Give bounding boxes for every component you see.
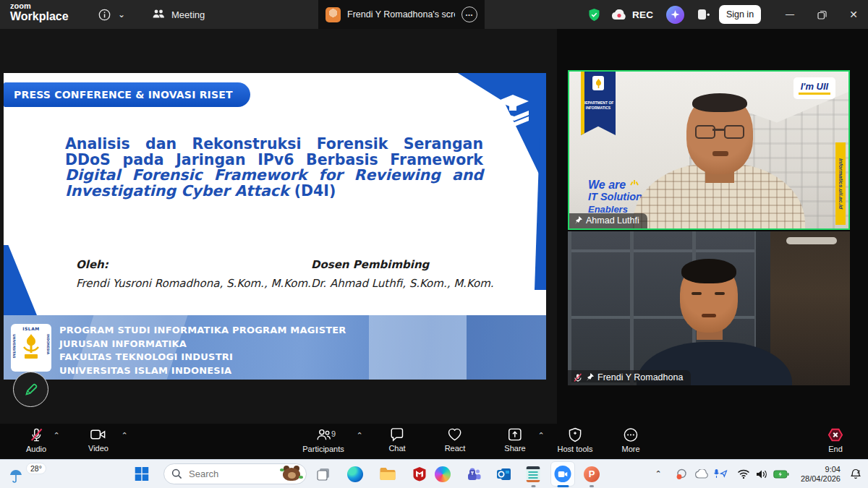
notification-bell-icon[interactable] [850,460,861,488]
video-tile-frendi-romadhona[interactable]: Frendi Y Romadhona [568,231,850,385]
tray-mic-location-icon[interactable] [714,460,728,488]
glasses-left [695,125,715,139]
tray-clock[interactable]: 9:04 28/04/2026 [801,465,841,484]
footer-line-4: UNIVERSITAS ISLAM INDONESIA [59,364,346,378]
cloud-glyph [695,469,709,479]
powerpoint-icon[interactable]: P [584,460,600,488]
person-hair [681,259,736,283]
open-app-indicator [590,485,594,487]
window-maximize-button[interactable] [807,0,836,29]
search-input[interactable] [187,468,277,480]
teams-people-icon [466,467,482,481]
temperature-label: 28° [26,463,46,474]
department-banner: DEPARTMENT OF INFORMATICS [581,72,616,135]
department-banner-text: DEPARTMENT OF INFORMATICS [583,100,614,111]
ribbon-text: informatics.uii.ac.id [838,158,844,209]
notepad-icon[interactable] [527,460,540,488]
react-label: React [445,444,466,453]
share-options-chevron[interactable]: ⌃ [537,432,544,440]
person-mouth [712,151,728,156]
search-bear-image[interactable] [280,466,302,483]
participants-options-chevron[interactable]: ⌃ [356,432,362,440]
author-block: Oleh: Frendi Yusroni Romadhona, S.Kom., … [76,258,311,291]
tab-shared-screen[interactable]: Frendi Y Romadhona's screen ••• [318,0,485,29]
sign-in-button[interactable]: Sign in [719,5,761,24]
title-suffix: (D4I) [289,182,336,200]
audio-options-chevron[interactable]: ⌃ [53,432,59,440]
zoom-camera-glyph [558,471,568,477]
video-tile-ahmad-luthfi[interactable]: DEPARTMENT OF INFORMATICS I'm UII inform… [568,70,850,230]
start-button[interactable] [135,460,149,488]
notepad-body [527,466,540,482]
info-icon[interactable] [95,0,113,29]
participant-name: Ahmad Luthfi [586,215,639,226]
uii-logo-word-right: INDONESIA [46,334,50,354]
outlook-icon[interactable] [496,460,512,488]
file-explorer-icon[interactable] [380,460,396,488]
battery-glyph [773,470,789,479]
more-button[interactable]: More [621,427,639,453]
host-tools-button[interactable]: Host tools [558,427,593,453]
edge-browser-icon[interactable] [347,460,363,488]
battery-icon[interactable] [773,460,789,488]
weather-widget[interactable]: 28° [7,463,55,486]
informatics-ribbon: informatics.uii.ac.id [835,142,846,225]
taskbar-search[interactable] [163,463,307,484]
tray-recording-icon[interactable] [676,460,688,488]
ai-companion-icon[interactable] [666,6,684,24]
footer-line-2: JURUSAN INFORMATIKA [59,338,346,351]
teams-icon[interactable] [466,460,482,488]
leaf-decor [299,476,303,479]
participants-button[interactable]: Participants [302,427,344,453]
title-normal: Analisis dan Rekonstruksi Forensik Seran… [65,135,483,168]
avatar [326,7,341,22]
zoom-meeting-window: zoom Workplace ⌄ Meeting Frendi Y Romadh… [0,0,868,488]
end-button[interactable]: End [827,427,843,453]
title-italic: Digital Forensic Framework for Reviewing… [65,166,483,200]
end-meeting-icon [827,427,843,442]
name-label-frendi: Frendi Y Romadhona [568,370,691,385]
mcafee-icon[interactable] [413,460,427,488]
task-view-button[interactable] [316,460,331,488]
video-button[interactable]: Video [88,427,109,453]
side-panel-icon[interactable] [694,0,712,29]
video-options-chevron[interactable]: ⌃ [121,432,127,440]
muted-mic-icon [573,373,582,382]
security-shield-icon[interactable] [586,0,602,29]
task-view-icon [316,467,331,481]
imuii-underline [799,93,830,95]
host-tools-shield-icon [568,427,582,442]
copilot-icon[interactable] [435,460,451,488]
recording-glyph [676,468,688,480]
chevron-down-icon[interactable]: ⌄ [114,0,129,29]
chat-button[interactable]: Chat [388,427,405,453]
slide-banner: PRESS CONFERENCE & INOVASI RISET [4,82,250,107]
meeting-tab-label: Meeting [171,9,205,20]
zoom-workplace-logo: zoom Workplace [10,2,69,22]
tray-overflow-chevron[interactable]: ⌃ [655,460,661,488]
onedrive-icon[interactable] [695,460,709,488]
tab-meeting[interactable]: Meeting [145,0,212,29]
slide-footer-text: PROGRAM STUDI INFORMATIKA PROGRAM MAGIST… [59,324,346,377]
more-ellipsis-icon [624,427,639,442]
wifi-icon[interactable] [738,460,750,488]
react-button[interactable]: React [445,427,466,453]
imuii-logo: I'm UII [793,77,835,99]
audio-button[interactable]: Audio [26,427,46,453]
logo-text-zoom: zoom [10,2,69,10]
share-button[interactable]: Share [504,427,525,453]
window-close-button[interactable]: ✕ [839,0,868,29]
notepad-spiral [527,466,540,469]
zoom-app-icon[interactable] [555,460,571,488]
annotation-pencil-button[interactable] [13,372,48,407]
volume-icon[interactable] [756,460,767,488]
advisor-block: Dosen Pembimbing Dr. Ahmad Luthfi, S.Kom… [311,258,494,291]
advisor-name: Dr. Ahmad Luthfi, S.Kom., M.Kom. [311,277,494,291]
background-box [786,237,837,244]
recording-indicator[interactable]: REC [611,0,653,29]
logo-text-workplace: Workplace [10,11,69,22]
window-minimize-button[interactable]: — [775,0,804,29]
footer-line-3: FAKULTAS TEKNOLOGI INDUSTRI [59,351,346,364]
tab-options-icon[interactable]: ••• [461,7,477,22]
name-label-ahmad: Ahmad Luthfi [569,213,647,228]
